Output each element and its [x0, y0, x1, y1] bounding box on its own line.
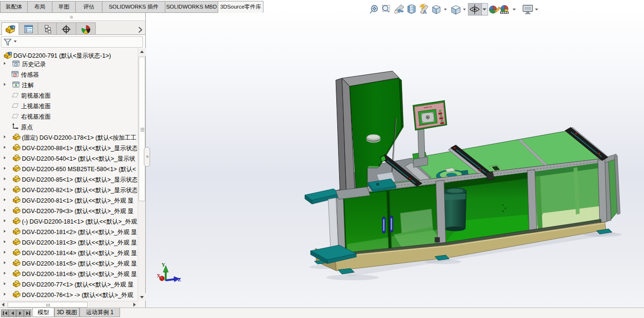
svg-text:A: A — [14, 83, 17, 88]
svg-text:A: A — [423, 9, 427, 15]
svg-text:X: X — [157, 273, 161, 278]
svg-text:Z: Z — [178, 277, 181, 282]
svg-text:Y: Y — [161, 262, 165, 267]
